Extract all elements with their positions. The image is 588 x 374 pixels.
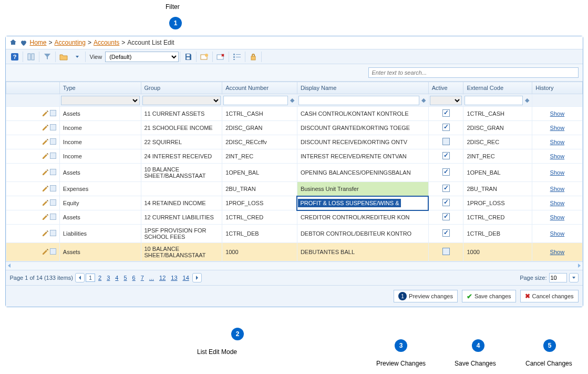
col-accnum[interactable]: Account Number bbox=[222, 82, 297, 94]
cell-extcode[interactable]: 1CTRL_CRED bbox=[463, 210, 532, 225]
cell-type[interactable]: Assets bbox=[59, 164, 141, 182]
new-button[interactable] bbox=[198, 51, 211, 63]
show-link[interactable]: Show bbox=[550, 230, 565, 237]
cell-active[interactable] bbox=[428, 164, 463, 182]
col-active[interactable]: Active bbox=[428, 82, 463, 94]
view-select[interactable]: (Default) bbox=[105, 52, 179, 62]
row-action-icon[interactable] bbox=[50, 199, 56, 206]
cell-accnum[interactable]: 2DISC_GRAN bbox=[222, 121, 297, 135]
cell-type[interactable]: Income bbox=[59, 121, 141, 135]
show-link[interactable]: Show bbox=[550, 200, 565, 206]
cell-group[interactable]: 22 SQUIRREL bbox=[141, 135, 222, 149]
favorite-icon[interactable] bbox=[19, 38, 28, 47]
active-checkbox[interactable] bbox=[442, 248, 450, 255]
columns-button[interactable] bbox=[24, 51, 38, 63]
edit-icon[interactable] bbox=[42, 214, 49, 221]
edit-icon[interactable] bbox=[42, 248, 49, 256]
active-checkbox[interactable] bbox=[442, 109, 450, 117]
cell-dispname[interactable]: INTEREST RECEIVED/RENTE ONTVAN bbox=[297, 149, 428, 164]
active-checkbox[interactable] bbox=[442, 199, 450, 206]
row-action-icon[interactable] bbox=[50, 153, 56, 159]
pager-page[interactable]: 7 bbox=[139, 274, 146, 282]
row-action-icon[interactable] bbox=[50, 169, 56, 175]
pager-page[interactable]: 6 bbox=[130, 274, 138, 282]
cell-group[interactable]: 24 INTEREST RECEIVED bbox=[141, 149, 222, 164]
cell-active[interactable] bbox=[428, 182, 463, 196]
show-link[interactable]: Show bbox=[550, 139, 565, 145]
list-button[interactable] bbox=[230, 51, 244, 63]
cell-type[interactable]: Expenses bbox=[59, 182, 141, 196]
cell-group[interactable]: 14 RETAINED INCOME bbox=[141, 196, 222, 210]
cell-dispname[interactable]: OPENING BALANCES/OPENINGSBALAN bbox=[297, 164, 428, 182]
help-button[interactable]: ? bbox=[8, 51, 22, 63]
edit-icon[interactable] bbox=[42, 153, 49, 160]
pager-page[interactable]: ... bbox=[147, 274, 156, 282]
cell-accnum[interactable]: 1000 bbox=[222, 243, 297, 261]
pager-page[interactable]: 3 bbox=[105, 274, 112, 282]
show-link[interactable]: Show bbox=[550, 169, 565, 176]
show-link[interactable]: Show bbox=[550, 249, 565, 255]
cell-active[interactable] bbox=[428, 107, 463, 121]
filter-icon[interactable]: ◆ bbox=[420, 97, 427, 104]
cell-dispname[interactable]: DEBUTANTES BALL bbox=[297, 243, 428, 261]
edit-icon[interactable] bbox=[42, 169, 49, 176]
home-icon[interactable] bbox=[9, 38, 17, 47]
show-link[interactable]: Show bbox=[550, 153, 565, 159]
cell-group[interactable]: 10 BALANCE SHEET/BALANSSTAAT bbox=[141, 243, 222, 261]
row-action-icon[interactable] bbox=[50, 214, 56, 220]
filter-type[interactable] bbox=[61, 96, 140, 105]
active-checkbox[interactable] bbox=[442, 168, 450, 176]
cell-extcode[interactable]: 1CTRL_DEB bbox=[463, 225, 532, 243]
cell-group[interactable]: 1PSF PROVISION FOR SCHOOL FEES bbox=[141, 225, 222, 243]
delete-button[interactable] bbox=[214, 51, 228, 63]
filter-accnum[interactable] bbox=[223, 96, 288, 105]
cell-group[interactable]: 12 CURRENT LIABILITIES bbox=[141, 210, 222, 225]
pager-page[interactable]: 1 bbox=[86, 274, 95, 282]
cell-group[interactable] bbox=[141, 182, 222, 196]
pager-page[interactable]: 13 bbox=[169, 274, 179, 282]
dropdown-button[interactable] bbox=[70, 51, 84, 63]
row-action-icon[interactable] bbox=[50, 138, 56, 145]
breadcrumb-accounting[interactable]: Accounting bbox=[55, 39, 86, 46]
edit-icon[interactable] bbox=[42, 110, 49, 117]
pager-page[interactable]: 2 bbox=[96, 274, 104, 282]
active-checkbox[interactable] bbox=[442, 138, 450, 145]
cancel-changes-button[interactable]: ✖ Cancel changes bbox=[520, 290, 579, 302]
cell-dispname[interactable]: Business Unit Transfer bbox=[297, 182, 428, 196]
cell-active[interactable] bbox=[428, 149, 463, 164]
cell-extcode[interactable]: 2INT_REC bbox=[463, 149, 532, 164]
filter-icon[interactable]: ◆ bbox=[288, 97, 296, 104]
cell-active[interactable] bbox=[428, 121, 463, 135]
cell-dispname[interactable]: DISCOUNT GRANTED/KORTING TOEGE bbox=[297, 121, 428, 135]
filter-extcode[interactable] bbox=[465, 96, 523, 105]
pager-size-dropdown[interactable] bbox=[569, 273, 579, 282]
cell-type[interactable]: Income bbox=[59, 149, 141, 164]
edit-icon[interactable] bbox=[42, 185, 49, 193]
cell-active[interactable] bbox=[428, 225, 463, 243]
cell-active[interactable] bbox=[428, 243, 463, 261]
cell-type[interactable]: Assets bbox=[59, 107, 141, 121]
cell-type[interactable]: Equity bbox=[59, 196, 141, 210]
cell-accnum[interactable]: 2INT_REC bbox=[222, 149, 297, 164]
cell-extcode[interactable]: 1000 bbox=[463, 243, 532, 261]
cell-accnum[interactable]: 1CTRL_DEB bbox=[222, 225, 297, 243]
cell-type[interactable]: Assets bbox=[59, 243, 141, 261]
cell-extcode[interactable]: 1OPEN_BAL bbox=[463, 164, 532, 182]
cell-extcode[interactable]: 2DISC_GRAN bbox=[463, 121, 532, 135]
pager-page[interactable]: 5 bbox=[121, 274, 129, 282]
active-checkbox[interactable] bbox=[442, 185, 450, 192]
cell-dispname[interactable]: CASH CONTROL/KONTANT KONTROLE bbox=[297, 107, 428, 121]
row-action-icon[interactable] bbox=[50, 185, 56, 191]
active-checkbox[interactable] bbox=[442, 124, 450, 131]
save-changes-button[interactable]: ✔ Save changes bbox=[462, 290, 516, 302]
cell-type[interactable]: Liabilities bbox=[59, 225, 141, 243]
cell-extcode[interactable]: 1PROF_LOSS bbox=[463, 196, 532, 210]
cell-accnum[interactable]: 1CTRL_CRED bbox=[222, 210, 297, 225]
breadcrumb-accounts[interactable]: Accounts bbox=[94, 39, 119, 46]
active-checkbox[interactable] bbox=[442, 152, 450, 159]
col-extcode[interactable]: External Code bbox=[463, 82, 532, 94]
horizontal-scrollbar[interactable] bbox=[6, 261, 583, 270]
cell-accnum[interactable]: 1OPEN_BAL bbox=[222, 164, 297, 182]
col-history[interactable]: History bbox=[532, 82, 582, 94]
cell-extcode[interactable]: 2DISC_REC bbox=[463, 135, 532, 149]
